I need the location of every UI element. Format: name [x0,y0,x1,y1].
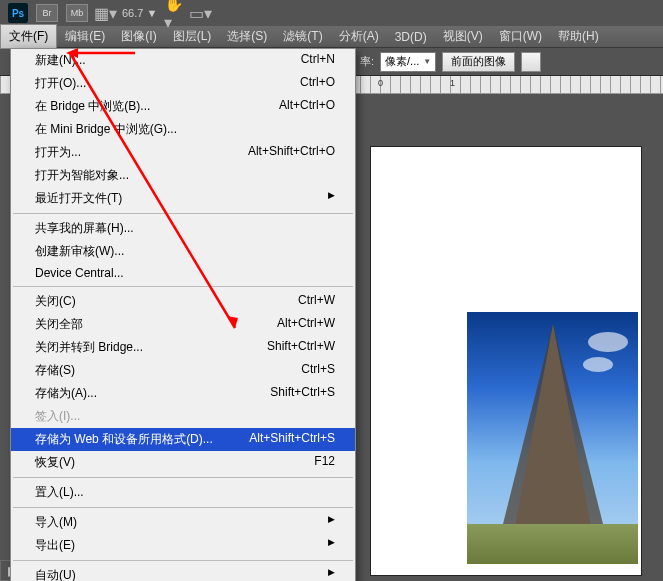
file-menu-item[interactable]: 打开为智能对象... [11,164,355,187]
file-menu-item[interactable]: 打开为...Alt+Shift+Ctrl+O [11,141,355,164]
rate-label: 率: [360,54,374,69]
units-dropdown[interactable]: 像素/...▼ [380,52,436,72]
menu-i[interactable]: 图像(I) [113,25,164,48]
file-menu-item[interactable]: 存储为(A)...Shift+Ctrl+S [11,382,355,405]
file-menu-item[interactable]: 导入(M)▶ [11,511,355,534]
file-menu-item[interactable]: 存储为 Web 和设备所用格式(D)...Alt+Shift+Ctrl+S [11,428,355,451]
file-menu-item[interactable]: 新建(N)...Ctrl+N [11,49,355,72]
file-menu-item[interactable]: 置入(L)... [11,481,355,504]
ruler-tick: 0 [378,78,383,88]
menu-t[interactable]: 滤镜(T) [275,25,330,48]
file-menu-item[interactable]: 关闭全部Alt+Ctrl+W [11,313,355,336]
bridge-button[interactable]: Br [36,4,58,22]
file-menu-item[interactable]: 存储(S)Ctrl+S [11,359,355,382]
file-menu-item: 签入(I)... [11,405,355,428]
menubar: 文件(F)编辑(E)图像(I)图层(L)选择(S)滤镜(T)分析(A)3D(D)… [0,26,663,48]
file-menu-item[interactable]: 创建新审核(W)... [11,240,355,263]
menu-separator [13,477,353,478]
file-menu-item[interactable]: 关闭(C)Ctrl+W [11,290,355,313]
hand-tool-icon[interactable]: ✋▾ [165,4,183,22]
file-menu-item[interactable]: 导出(E)▶ [11,534,355,557]
menu-a[interactable]: 分析(A) [331,25,387,48]
file-menu-item[interactable]: 在 Bridge 中浏览(B)...Alt+Ctrl+O [11,95,355,118]
menu-dd[interactable]: 3D(D) [387,27,435,47]
minibridge-button[interactable]: Mb [66,4,88,22]
file-menu-item[interactable]: 自动(U)▶ [11,564,355,581]
file-menu-item[interactable]: Device Central... [11,263,355,283]
extra-button[interactable] [521,52,541,72]
screen-mode-icon[interactable]: ▦▾ [96,4,114,22]
file-menu-item[interactable]: 最近打开文件(T)▶ [11,187,355,210]
titlebar: Ps Br Mb ▦▾ 66.7 ▼ ✋▾ ▭▾ [0,0,663,26]
menu-s[interactable]: 选择(S) [219,25,275,48]
menu-f[interactable]: 文件(F) [0,24,57,49]
menu-e[interactable]: 编辑(E) [57,25,113,48]
menu-v[interactable]: 视图(V) [435,25,491,48]
image-content [467,312,638,564]
menu-w[interactable]: 窗口(W) [491,25,550,48]
menu-separator [13,560,353,561]
arrange-icon[interactable]: ▭▾ [191,4,209,22]
ruler-tick: 1 [450,78,455,88]
menu-h[interactable]: 帮助(H) [550,25,607,48]
menu-separator [13,213,353,214]
file-menu-item[interactable]: 共享我的屏幕(H)... [11,217,355,240]
zoom-level[interactable]: 66.7 ▼ [122,7,157,19]
front-image-button[interactable]: 前面的图像 [442,52,515,72]
file-menu-dropdown: 新建(N)...Ctrl+N打开(O)...Ctrl+O在 Bridge 中浏览… [10,48,356,581]
file-menu-item[interactable]: 恢复(V)F12 [11,451,355,474]
menu-l[interactable]: 图层(L) [165,25,220,48]
menu-separator [13,507,353,508]
file-menu-item[interactable]: 打开(O)...Ctrl+O [11,72,355,95]
file-menu-item[interactable]: 在 Mini Bridge 中浏览(G)... [11,118,355,141]
file-menu-item[interactable]: 关闭并转到 Bridge...Shift+Ctrl+W [11,336,355,359]
app-logo: Ps [8,3,28,23]
menu-separator [13,286,353,287]
